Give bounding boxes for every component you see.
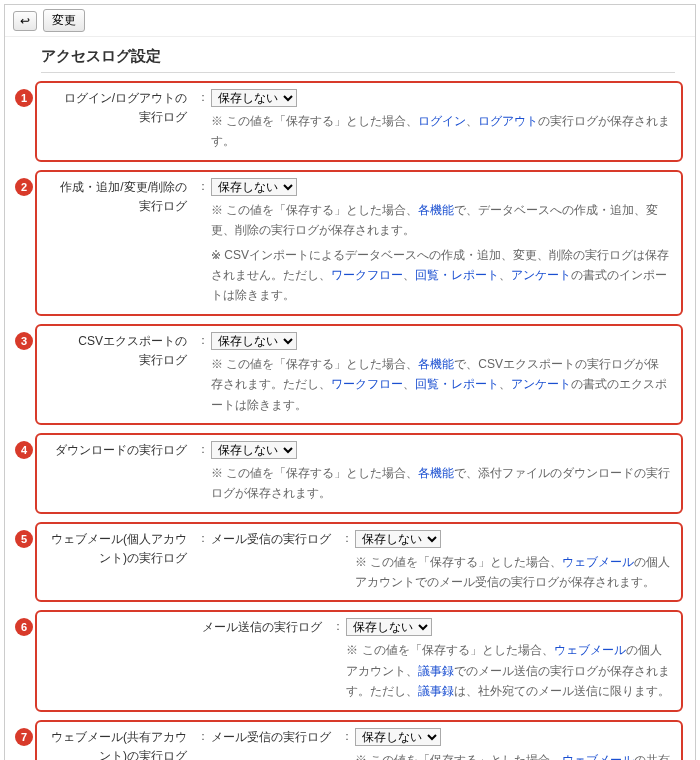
select-mail-send-personal[interactable]: 保存しない — [346, 618, 432, 636]
note: ※ この値を「保存する」とした場合、ログイン、ログアウトの実行ログが保存されます… — [211, 111, 671, 152]
select-mail-receive-shared[interactable]: 保存しない — [355, 728, 441, 746]
sub-label: メール受信の実行ログ — [211, 530, 339, 549]
section-download: 4 ダウンロードの実行ログ ： 保存しない ※ この値を「保存する」とした場合、… — [35, 433, 683, 514]
row-label: CSVエクスポートの 実行ログ — [47, 332, 195, 415]
sub-label: メール送信の実行ログ — [202, 618, 330, 637]
link-functions[interactable]: 各機能 — [418, 203, 454, 217]
link-login[interactable]: ログイン — [418, 114, 466, 128]
section-webmail-personal-receive: 5 ウェブメール(個人アカウ ント)の実行ログ ： メール受信の実行ログ ： 保… — [35, 522, 683, 603]
section-number: 4 — [15, 441, 33, 459]
note: ※ この値を「保存する」とした場合、各機能で、添付ファイルのダウンロードの実行ロ… — [211, 463, 671, 504]
page: ↩ 変更 アクセスログ設定 1 ログイン/ログアウトの 実行ログ ： 保存しない… — [4, 4, 696, 760]
back-button[interactable]: ↩ — [13, 11, 37, 31]
note: ※ この値を「保存する」とした場合、ウェブメールの個人アカウントでのメール受信の… — [355, 552, 671, 593]
section-number: 2 — [15, 178, 33, 196]
section-number: 6 — [15, 618, 33, 636]
change-button[interactable]: 変更 — [43, 9, 85, 32]
sub-label: メール受信の実行ログ — [211, 728, 339, 747]
note: ※ この値を「保存する」とした場合、ウェブメールの共有アカウントでのメール受信の… — [355, 750, 671, 760]
link-survey[interactable]: アンケート — [511, 377, 571, 391]
sections: 1 ログイン/ログアウトの 実行ログ ： 保存しない ※ この値を「保存する」と… — [5, 81, 695, 760]
page-title: アクセスログ設定 — [41, 47, 675, 73]
select-csv-export[interactable]: 保存しない — [211, 332, 297, 350]
section-login-logout: 1 ログイン/ログアウトの 実行ログ ： 保存しない ※ この値を「保存する」と… — [35, 81, 683, 162]
section-number: 7 — [15, 728, 33, 746]
row-label: ウェブメール(共有アカウ ント)の実行ログ — [47, 728, 195, 760]
row-label: ログイン/ログアウトの 実行ログ — [47, 89, 195, 152]
note: ※ この値を「保存する」とした場合、ウェブメールの個人アカウント、議事録でのメー… — [346, 640, 671, 701]
toolbar-top: ↩ 変更 — [5, 5, 695, 37]
link-minutes[interactable]: 議事録 — [418, 684, 454, 698]
link-functions[interactable]: 各機能 — [418, 466, 454, 480]
select-login-logout[interactable]: 保存しない — [211, 89, 297, 107]
link-logout[interactable]: ログアウト — [478, 114, 538, 128]
section-webmail-personal-send: 6 メール送信の実行ログ ： 保存しない ※ この値を「保存する」とした場合、ウ… — [35, 610, 683, 711]
link-workflow[interactable]: ワークフロー — [331, 268, 403, 282]
note: ※ この値を「保存する」とした場合、各機能で、CSVエクスポートの実行ログが保存… — [211, 354, 671, 415]
section-webmail-shared-receive: 7 ウェブメール(共有アカウ ント)の実行ログ ： メール受信の実行ログ ： 保… — [35, 720, 683, 760]
link-report[interactable]: 回覧・レポート — [415, 377, 499, 391]
select-crud[interactable]: 保存しない — [211, 178, 297, 196]
section-csv-export: 3 CSVエクスポートの 実行ログ ： 保存しない ※ この値を「保存する」とし… — [35, 324, 683, 425]
row-label: ダウンロードの実行ログ — [47, 441, 195, 504]
link-minutes[interactable]: 議事録 — [418, 664, 454, 678]
section-crud: 2 作成・追加/変更/削除の 実行ログ ： 保存しない ※ この値を「保存する」… — [35, 170, 683, 316]
link-report[interactable]: 回覧・レポート — [415, 268, 499, 282]
link-survey[interactable]: アンケート — [511, 268, 571, 282]
note: ※ CSVインポートによるデータベースへの作成・追加、変更、削除の実行ログは保存… — [211, 245, 671, 306]
link-webmail[interactable]: ウェブメール — [562, 555, 634, 569]
select-mail-receive-personal[interactable]: 保存しない — [355, 530, 441, 548]
section-number: 1 — [15, 89, 33, 107]
note: ※ この値を「保存する」とした場合、各機能で、データベースへの作成・追加、変更、… — [211, 200, 671, 241]
section-number: 5 — [15, 530, 33, 548]
section-number: 3 — [15, 332, 33, 350]
link-webmail[interactable]: ウェブメール — [562, 753, 634, 760]
row-label: ウェブメール(個人アカウ ント)の実行ログ — [47, 530, 195, 593]
link-functions[interactable]: 各機能 — [418, 357, 454, 371]
link-workflow[interactable]: ワークフロー — [331, 377, 403, 391]
link-webmail[interactable]: ウェブメール — [554, 643, 626, 657]
row-label: 作成・追加/変更/削除の 実行ログ — [47, 178, 195, 306]
select-download[interactable]: 保存しない — [211, 441, 297, 459]
